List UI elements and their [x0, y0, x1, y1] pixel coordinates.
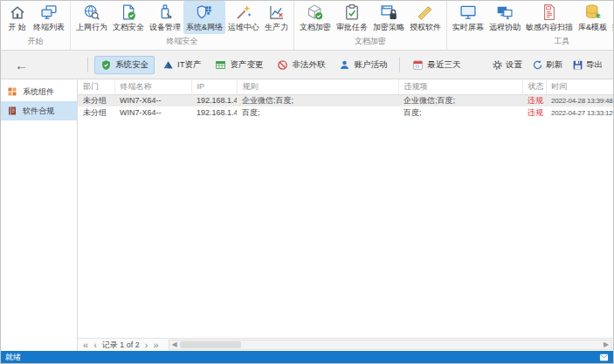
ribbon-button-terminal-list[interactable]: 终端列表 — [31, 1, 67, 34]
export-button[interactable]: 导出 — [572, 59, 603, 71]
export-icon — [572, 59, 583, 71]
tab-system-security[interactable]: 系统安全 — [94, 56, 155, 74]
calendar-icon — [412, 59, 424, 71]
ribbon-button-label: 库&模板 — [578, 22, 607, 33]
column-header-terminal[interactable]: 终端名称 — [114, 79, 191, 94]
ribbon-button-label: 系统&网络 — [186, 22, 223, 33]
refresh-button[interactable]: 刷新 — [532, 59, 562, 71]
toolbar-divider — [399, 57, 400, 72]
column-header-violation[interactable]: 违规项 — [398, 79, 522, 94]
ribbon-button-approval-task[interactable]: 审批任务 — [334, 1, 370, 34]
status-text: 就绪 — [5, 352, 21, 363]
ribbon-button-realtime-screen[interactable]: 实时屏幕 — [450, 1, 486, 34]
shield-green-icon — [100, 59, 112, 71]
ribbon-button-device-management[interactable]: 设备管理 — [147, 1, 183, 34]
pagination-bar: « ‹ 记录 1 of 2 › » ◀ ▶ — [78, 338, 613, 351]
sub-toolbar: ← 系统安全 IT资产 资产变更 非法外联 账户活动 最近三天 — [1, 51, 613, 79]
ribbon-button-home[interactable]: 开 始 — [3, 1, 31, 34]
ribbon-button-authorized-software[interactable]: 授权软件 — [407, 1, 444, 34]
ribbon-button-document-encryption[interactable]: 文档加密 — [297, 1, 334, 34]
authorized-software-icon — [417, 3, 434, 21]
ribbon-button-label: 敏感内容扫描 — [526, 22, 573, 33]
ribbon-button-label: 运维中心 — [228, 22, 259, 33]
next-page-button[interactable]: › — [142, 340, 151, 350]
sidebar-item-software-compliance[interactable]: 软件合规 — [1, 101, 77, 120]
table-row[interactable]: 未分组 WIN7-X64-- 192.168.1.4 百度; 百度; 违规 20… — [78, 106, 614, 119]
last-page-button[interactable]: » — [151, 340, 162, 350]
action-label: 设置 — [506, 59, 522, 71]
ribbon-button-label: 上网行为 — [76, 22, 107, 33]
ribbon-button-operations-center[interactable]: 运维中心 — [225, 1, 262, 34]
violations-table: 部门 终端名称 IP 规则 违规项 状态 时间 未分组 WIN7-X64-- 1… — [78, 79, 614, 119]
ribbon-button-library-template[interactable]: 库&模板 — [576, 1, 610, 34]
sidebar-item-label: 系统组件 — [23, 86, 54, 98]
ribbon-button-system-network[interactable]: 系统&网络 — [183, 1, 225, 34]
scroll-right-icon[interactable]: ▶ — [601, 341, 611, 348]
filter-label: 最近三天 — [427, 59, 460, 71]
system-network-icon — [196, 3, 213, 21]
tab-label: 系统安全 — [115, 59, 148, 71]
ribbon-button-document-security[interactable]: 文档安全 — [110, 1, 147, 34]
ribbon-button-report-center[interactable]: 报表中心 — [610, 1, 614, 34]
back-button[interactable]: ← — [15, 58, 28, 72]
tab-it-assets[interactable]: IT资产 — [156, 56, 207, 74]
device-management-icon — [156, 3, 174, 21]
tab-account-activity[interactable]: 账户活动 — [333, 56, 393, 74]
cell-status: 违规 — [522, 94, 546, 106]
action-label: 刷新 — [546, 59, 562, 71]
cell-ip: 192.168.1.4 — [191, 106, 237, 119]
filter-last-three-days[interactable]: 最近三天 — [406, 56, 466, 74]
system-components-icon — [7, 86, 17, 97]
cell-time: 2022-04-28 13:39:48 — [546, 94, 614, 106]
home-icon — [9, 3, 26, 21]
ribbon: 开 始 终端列表 开始 上网行为 文档安全 — [1, 1, 613, 51]
ribbon-button-label: 文档加密 — [300, 22, 331, 33]
column-header-time[interactable]: 时间 — [546, 79, 614, 94]
table-panel: 部门 终端名称 IP 规则 违规项 状态 时间 未分组 WIN7-X64-- 1… — [78, 79, 613, 351]
ribbon-group-label: 工具 — [450, 35, 614, 50]
ribbon-group-terminal-security: 上网行为 文档安全 设备管理 系统&网络 运维中心 — [71, 1, 294, 50]
settings-button[interactable]: 设置 — [492, 59, 522, 71]
cell-ip: 192.168.1.4 — [191, 94, 237, 106]
ribbon-button-label: 设备管理 — [149, 22, 181, 33]
column-header-rule[interactable]: 规则 — [237, 79, 398, 94]
horizontal-scrollbar[interactable]: ◀ ▶ — [169, 340, 612, 350]
account-activity-icon — [339, 59, 350, 71]
cell-violation: 百度; — [398, 106, 522, 119]
table-empty-space — [78, 119, 613, 338]
column-header-status[interactable]: 状态 — [522, 79, 546, 94]
content-scan-icon — [541, 3, 558, 21]
document-security-icon — [120, 3, 137, 21]
ribbon-button-productivity[interactable]: 生产力 — [262, 1, 291, 34]
cell-terminal: WIN7-X64-- — [114, 106, 191, 119]
ribbon-button-internet-behavior[interactable]: 上网行为 — [73, 1, 110, 34]
app-window: 开 始 终端列表 开始 上网行为 文档安全 — [0, 0, 614, 364]
internet-behavior-icon — [83, 3, 100, 21]
scrollbar-thumb[interactable] — [180, 341, 241, 348]
ribbon-button-encryption-policy[interactable]: 加密策略 — [370, 1, 407, 34]
pagination-label: 记录 1 of 2 — [102, 340, 140, 351]
approval-task-icon — [343, 3, 361, 21]
column-header-ip[interactable]: IP — [191, 79, 237, 94]
ribbon-button-label: 加密策略 — [373, 22, 404, 33]
column-header-dept[interactable]: 部门 — [78, 79, 114, 94]
tab-label: 账户活动 — [354, 59, 387, 71]
table-row[interactable]: 未分组 WIN7-X64-- 192.168.1.4 企业微信;百度; 企业微信… — [78, 94, 614, 106]
cell-status: 违规 — [522, 106, 546, 119]
cell-terminal: WIN7-X64-- — [114, 94, 191, 106]
tab-illegal-connection[interactable]: 非法外联 — [271, 56, 331, 74]
first-page-button[interactable]: « — [80, 340, 91, 350]
tab-asset-change[interactable]: 资产变更 — [209, 56, 269, 74]
ribbon-group-start: 开 始 终端列表 开始 — [1, 1, 71, 50]
status-bar: 就绪 — [1, 351, 613, 363]
ribbon-button-label: 开 始 — [8, 22, 26, 33]
sidebar-item-system-components[interactable]: 系统组件 — [1, 82, 77, 101]
ribbon-button-content-scan[interactable]: 敏感内容扫描 — [523, 1, 576, 34]
message-envelope-icon[interactable] — [599, 353, 609, 362]
operations-center-icon — [235, 3, 252, 21]
scroll-left-icon[interactable]: ◀ — [169, 341, 180, 348]
ribbon-button-remote-assist[interactable]: 远程协助 — [486, 1, 523, 34]
productivity-icon — [268, 3, 286, 21]
ribbon-group-label: 终端安全 — [73, 35, 291, 50]
previous-page-button[interactable]: ‹ — [91, 340, 100, 350]
